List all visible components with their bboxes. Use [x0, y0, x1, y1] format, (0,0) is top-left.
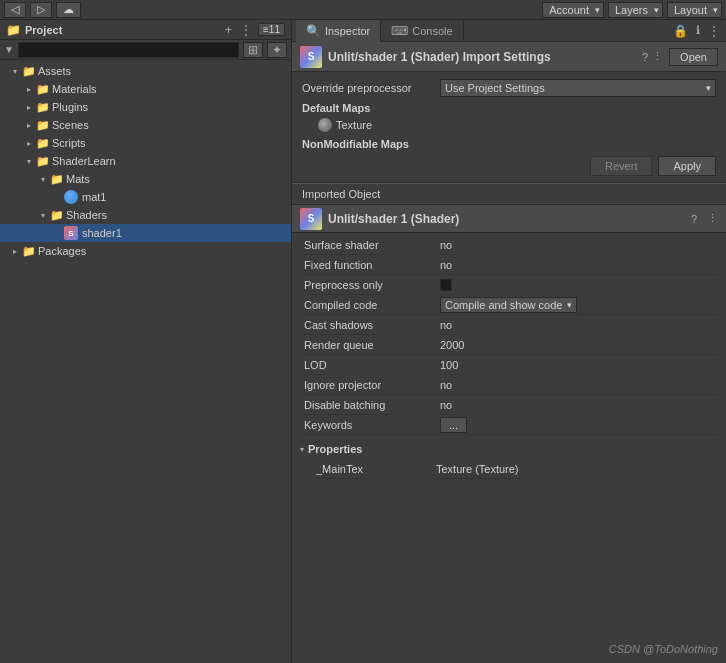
- imported-header: Imported Object: [292, 183, 726, 205]
- inspector-tab-icon: 🔍: [306, 24, 321, 38]
- prop-name-lod: LOD: [300, 359, 440, 371]
- search-filter-btn2[interactable]: ✦: [267, 42, 287, 58]
- default-maps-title: Default Maps: [302, 102, 716, 114]
- inspector-title: Unlit/shader 1 (Shader) Import Settings: [328, 50, 636, 64]
- right-panel: 🔍 Inspector ⌨ Console 🔒 ℹ ⋮ S Unlit/shad…: [292, 20, 726, 663]
- tree-label-shader1: shader1: [82, 227, 122, 239]
- prop-row-ignore-projector: Ignore projector no: [300, 375, 718, 395]
- prop-value-fixed-function: no: [440, 259, 718, 271]
- layers-dropdown[interactable]: Layers: [608, 2, 663, 18]
- prop-name-surface-shader: Surface shader: [300, 239, 440, 251]
- console-tab-icon: ⌨: [391, 24, 408, 38]
- open-button[interactable]: Open: [669, 48, 718, 66]
- nonmod-maps-title: NonModifiable Maps: [302, 138, 716, 150]
- search-filter-btn1[interactable]: ⊞: [243, 42, 263, 58]
- panel-menu-icon[interactable]: ⋮: [238, 23, 254, 37]
- action-row: Revert Apply: [302, 156, 716, 176]
- tree-item-shaderlearn[interactable]: ▾ 📁 ShaderLearn: [0, 152, 291, 170]
- account-dropdown[interactable]: Account: [542, 2, 604, 18]
- keywords-button[interactable]: ...: [440, 417, 467, 433]
- assets-folder-icon: 📁: [22, 65, 36, 78]
- imported-section: Imported Object S Unlit/shader 1 (Shader…: [292, 183, 726, 663]
- expand-mats-icon: ▾: [38, 175, 48, 184]
- tree-label-assets: Assets: [38, 65, 71, 77]
- prop-row-preprocess-only: Preprocess only: [300, 275, 718, 295]
- prop-value-render-queue: 2000: [440, 339, 718, 351]
- revert-button[interactable]: Revert: [590, 156, 652, 176]
- plugins-folder-icon: 📁: [36, 101, 50, 114]
- expand-plugins-icon: ▸: [24, 103, 34, 112]
- layout-dropdown[interactable]: Layout: [667, 2, 722, 18]
- prop-value-cast-shadows: no: [440, 319, 718, 331]
- imported-help-icon[interactable]: ?: [691, 213, 697, 225]
- properties-expand-icon: ▾: [300, 445, 304, 454]
- main-layout: 📁 Project + ⋮ ≡11 ▼ ⊞ ✦ ▾ 📁 Assets ▸: [0, 20, 726, 663]
- tree-item-shader1[interactable]: S shader1: [0, 224, 291, 242]
- nav-forward-btn[interactable]: ▷: [30, 2, 52, 18]
- tree-label-shaders: Shaders: [66, 209, 107, 221]
- mats-folder-icon: 📁: [50, 173, 64, 186]
- cloud-icon[interactable]: ☁: [56, 2, 81, 18]
- compiled-code-dropdown[interactable]: Compile and show code: [440, 297, 577, 313]
- prop-name-render-queue: Render queue: [300, 339, 440, 351]
- expand-scenes-icon: ▸: [24, 121, 34, 130]
- tree-label-scripts: Scripts: [52, 137, 86, 149]
- prop-row-compiled-code: Compiled code Compile and show code: [300, 295, 718, 315]
- tree-item-materials[interactable]: ▸ 📁 Materials: [0, 80, 291, 98]
- prop-row-keywords: Keywords ...: [300, 415, 718, 435]
- preprocess-only-checkbox[interactable]: [440, 279, 452, 291]
- properties-sub-section: ▾ Properties _MainTex Texture (Texture): [292, 437, 726, 481]
- more-icon[interactable]: ⋮: [706, 24, 722, 38]
- tab-bar: 🔍 Inspector ⌨ Console 🔒 ℹ ⋮: [292, 20, 726, 42]
- override-value: Use Project Settings: [445, 82, 545, 94]
- prop-value-ignore-projector: no: [440, 379, 718, 391]
- override-dropdown[interactable]: Use Project Settings: [440, 79, 716, 97]
- nav-back-btn[interactable]: ◁: [4, 2, 26, 18]
- apply-button[interactable]: Apply: [658, 156, 716, 176]
- search-input[interactable]: [18, 42, 239, 58]
- tree-item-mat1[interactable]: mat1: [0, 188, 291, 206]
- override-label: Override preprocessor: [302, 82, 432, 94]
- tree-item-scenes[interactable]: ▸ 📁 Scenes: [0, 116, 291, 134]
- shader1-icon: S: [64, 226, 78, 240]
- prop-value-surface-shader: no: [440, 239, 718, 251]
- prop-name-fixed-function: Fixed function: [300, 259, 440, 271]
- tree-item-packages[interactable]: ▸ 📁 Packages: [0, 242, 291, 260]
- imported-shader-icon: S: [300, 208, 322, 230]
- tab-console[interactable]: ⌨ Console: [381, 20, 463, 42]
- expand-materials-icon: ▸: [24, 85, 34, 94]
- texture-label: Texture: [336, 119, 372, 131]
- tree-item-assets[interactable]: ▾ 📁 Assets: [0, 62, 291, 80]
- prop-value-lod: 100: [440, 359, 718, 371]
- tab-inspector[interactable]: 🔍 Inspector: [296, 20, 381, 42]
- override-row: Override preprocessor Use Project Settin…: [302, 78, 716, 98]
- lock-icon[interactable]: 🔒: [671, 24, 690, 38]
- tree-item-scripts[interactable]: ▸ 📁 Scripts: [0, 134, 291, 152]
- tree-label-shaderlearn: ShaderLearn: [52, 155, 116, 167]
- expand-assets-icon: ▾: [10, 67, 20, 76]
- inspector-more-icon[interactable]: ⋮: [652, 50, 663, 63]
- tree-item-shaders[interactable]: ▾ 📁 Shaders: [0, 206, 291, 224]
- left-panel: 📁 Project + ⋮ ≡11 ▼ ⊞ ✦ ▾ 📁 Assets ▸: [0, 20, 292, 663]
- tree-label-materials: Materials: [52, 83, 97, 95]
- imported-obj-header: S Unlit/shader 1 (Shader) ? ⋮: [292, 205, 726, 233]
- expand-shaders-icon: ▾: [38, 211, 48, 220]
- inspector-tab-label: Inspector: [325, 25, 370, 37]
- tree-item-plugins[interactable]: ▸ 📁 Plugins: [0, 98, 291, 116]
- help-icon[interactable]: ?: [642, 51, 648, 63]
- properties-section-title: Properties: [308, 443, 362, 455]
- materials-folder-icon: 📁: [36, 83, 50, 96]
- watermark: CSDN @ToDoNothing: [609, 643, 718, 655]
- expand-shaderlearn-icon: ▾: [24, 157, 34, 166]
- inspector-header: S Unlit/shader 1 (Shader) Import Setting…: [292, 42, 726, 72]
- tree-item-mats[interactable]: ▾ 📁 Mats: [0, 170, 291, 188]
- prop-table: Surface shader no Fixed function no Prep…: [292, 233, 726, 437]
- shaderlearn-folder-icon: 📁: [36, 155, 50, 168]
- info-icon[interactable]: ℹ: [694, 24, 702, 37]
- imported-more-icon[interactable]: ⋮: [707, 212, 718, 225]
- project-panel-header: 📁 Project + ⋮ ≡11: [0, 20, 291, 40]
- create-icon[interactable]: +: [223, 23, 234, 37]
- prop-row-cast-shadows: Cast shadows no: [300, 315, 718, 335]
- search-bar: ▼ ⊞ ✦: [0, 40, 291, 60]
- prop-row-disable-batching: Disable batching no: [300, 395, 718, 415]
